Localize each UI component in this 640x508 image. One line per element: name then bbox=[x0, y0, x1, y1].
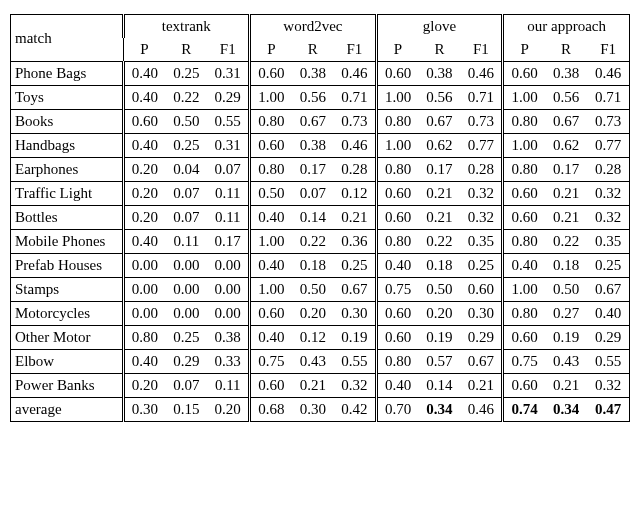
cell-value: 1.00 bbox=[250, 86, 292, 110]
cell-value: 0.11 bbox=[207, 374, 249, 398]
cell-value: 0.80 bbox=[503, 302, 545, 326]
cell-value: 0.27 bbox=[545, 302, 587, 326]
cell-value: 0.56 bbox=[418, 86, 460, 110]
cell-value: 0.21 bbox=[461, 374, 503, 398]
cell-value: 0.62 bbox=[545, 134, 587, 158]
cell-value: 0.20 bbox=[292, 302, 334, 326]
cell-value: 0.46 bbox=[587, 62, 629, 86]
cell-value: 0.07 bbox=[207, 158, 249, 182]
header-metric: P bbox=[503, 38, 545, 62]
cell-value: 0.19 bbox=[545, 326, 587, 350]
table-row: Prefab Houses0.000.000.000.400.180.250.4… bbox=[11, 254, 630, 278]
cell-value: 0.14 bbox=[292, 206, 334, 230]
cell-value: 0.67 bbox=[292, 110, 334, 134]
cell-value: 0.43 bbox=[545, 350, 587, 374]
cell-value: 0.40 bbox=[503, 254, 545, 278]
cell-value: 0.60 bbox=[376, 302, 418, 326]
cell-value: 0.25 bbox=[165, 62, 207, 86]
table-row: Motorcycles0.000.000.000.600.200.300.600… bbox=[11, 302, 630, 326]
cell-value: 1.00 bbox=[503, 86, 545, 110]
cell-value: 0.74 bbox=[503, 398, 545, 422]
cell-value: 0.43 bbox=[292, 350, 334, 374]
row-label: Traffic Light bbox=[11, 182, 124, 206]
cell-value: 0.22 bbox=[292, 230, 334, 254]
cell-value: 0.21 bbox=[292, 374, 334, 398]
cell-value: 0.00 bbox=[123, 302, 165, 326]
cell-value: 0.60 bbox=[376, 326, 418, 350]
cell-value: 0.21 bbox=[545, 374, 587, 398]
row-label: Bottles bbox=[11, 206, 124, 230]
cell-value: 0.80 bbox=[250, 110, 292, 134]
header-metric: P bbox=[250, 38, 292, 62]
cell-value: 0.80 bbox=[503, 110, 545, 134]
cell-value: 0.35 bbox=[587, 230, 629, 254]
cell-value: 0.42 bbox=[334, 398, 376, 422]
cell-value: 0.38 bbox=[292, 134, 334, 158]
cell-value: 0.60 bbox=[503, 182, 545, 206]
header-method-textrank: textrank bbox=[123, 15, 250, 39]
cell-value: 0.50 bbox=[292, 278, 334, 302]
cell-value: 0.70 bbox=[376, 398, 418, 422]
cell-value: 0.50 bbox=[250, 182, 292, 206]
cell-value: 0.60 bbox=[503, 62, 545, 86]
header-method-word2vec: word2vec bbox=[250, 15, 377, 39]
cell-value: 0.00 bbox=[123, 278, 165, 302]
cell-value: 0.04 bbox=[165, 158, 207, 182]
cell-value: 0.32 bbox=[587, 206, 629, 230]
cell-value: 0.30 bbox=[334, 302, 376, 326]
cell-value: 0.07 bbox=[165, 206, 207, 230]
cell-value: 0.40 bbox=[123, 350, 165, 374]
cell-value: 0.50 bbox=[165, 110, 207, 134]
header-method-ours: our approach bbox=[503, 15, 630, 39]
table-row: Stamps0.000.000.001.000.500.670.750.500.… bbox=[11, 278, 630, 302]
cell-value: 0.56 bbox=[292, 86, 334, 110]
cell-value: 1.00 bbox=[503, 278, 545, 302]
cell-value: 0.34 bbox=[545, 398, 587, 422]
cell-value: 0.75 bbox=[503, 350, 545, 374]
header-metric: P bbox=[123, 38, 165, 62]
cell-value: 0.55 bbox=[587, 350, 629, 374]
cell-value: 0.57 bbox=[418, 350, 460, 374]
cell-value: 0.00 bbox=[207, 278, 249, 302]
cell-value: 0.67 bbox=[545, 110, 587, 134]
table-row: Earphones0.200.040.070.800.170.280.800.1… bbox=[11, 158, 630, 182]
row-label: Other Motor bbox=[11, 326, 124, 350]
cell-value: 0.73 bbox=[587, 110, 629, 134]
row-label: Power Banks bbox=[11, 374, 124, 398]
cell-value: 0.60 bbox=[250, 302, 292, 326]
cell-value: 0.25 bbox=[461, 254, 503, 278]
cell-value: 0.38 bbox=[292, 62, 334, 86]
cell-value: 0.07 bbox=[165, 182, 207, 206]
cell-value: 1.00 bbox=[376, 86, 418, 110]
cell-value: 0.25 bbox=[334, 254, 376, 278]
cell-value: 0.32 bbox=[587, 374, 629, 398]
cell-value: 0.21 bbox=[545, 206, 587, 230]
cell-value: 0.17 bbox=[207, 230, 249, 254]
cell-value: 0.14 bbox=[418, 374, 460, 398]
cell-value: 0.29 bbox=[165, 350, 207, 374]
cell-value: 0.71 bbox=[461, 86, 503, 110]
cell-value: 0.60 bbox=[250, 134, 292, 158]
cell-value: 0.20 bbox=[123, 182, 165, 206]
row-label: Elbow bbox=[11, 350, 124, 374]
row-label: Mobile Phones bbox=[11, 230, 124, 254]
cell-value: 0.77 bbox=[461, 134, 503, 158]
cell-value: 0.31 bbox=[207, 134, 249, 158]
cell-value: 0.21 bbox=[418, 206, 460, 230]
table-row: average0.300.150.200.680.300.420.700.340… bbox=[11, 398, 630, 422]
cell-value: 0.67 bbox=[587, 278, 629, 302]
cell-value: 0.55 bbox=[207, 110, 249, 134]
cell-value: 0.60 bbox=[376, 62, 418, 86]
cell-value: 1.00 bbox=[250, 278, 292, 302]
cell-value: 0.30 bbox=[292, 398, 334, 422]
cell-value: 0.40 bbox=[123, 134, 165, 158]
cell-value: 0.80 bbox=[123, 326, 165, 350]
header-metric: F1 bbox=[587, 38, 629, 62]
cell-value: 0.38 bbox=[545, 62, 587, 86]
cell-value: 0.21 bbox=[418, 182, 460, 206]
cell-value: 0.25 bbox=[587, 254, 629, 278]
cell-value: 0.29 bbox=[207, 86, 249, 110]
cell-value: 0.35 bbox=[461, 230, 503, 254]
cell-value: 0.12 bbox=[334, 182, 376, 206]
table-row: Mobile Phones0.400.110.171.000.220.360.8… bbox=[11, 230, 630, 254]
